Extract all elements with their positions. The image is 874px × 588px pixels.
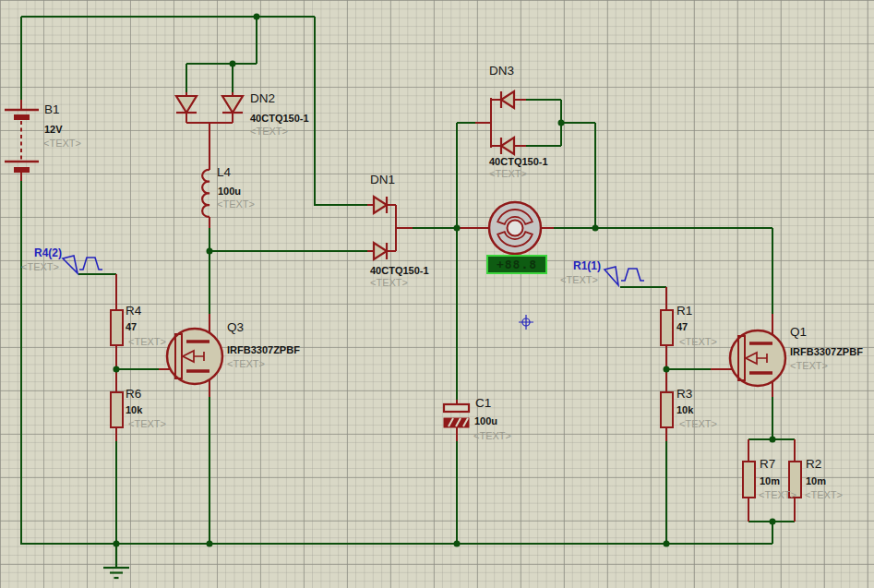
label-c1-value[interactable]: 100u <box>474 415 497 426</box>
diode-dn2[interactable] <box>176 96 243 113</box>
label-r6-text[interactable]: <TEXT> <box>128 418 166 429</box>
label-c1-ref[interactable]: C1 <box>475 397 491 411</box>
origin-marker <box>519 315 533 330</box>
label-dn1-value[interactable]: 40CTQ150-1 <box>370 265 429 276</box>
label-r7-text[interactable]: <TEXT> <box>759 489 796 500</box>
diode-dn1[interactable] <box>374 197 387 259</box>
resistor-r6 <box>111 392 123 427</box>
label-dn3-value[interactable]: 40CTQ150-1 <box>489 156 548 167</box>
label-dn3-ref[interactable]: DN3 <box>489 65 514 78</box>
pulse-generator-r1-icon[interactable] <box>605 267 644 285</box>
label-dn2-value[interactable]: 40CTQ150-1 <box>250 113 309 124</box>
wire-dn1-upper-in <box>315 17 367 205</box>
label-generator-r4-ref[interactable]: R4(2) <box>34 247 62 259</box>
diode-dn3[interactable] <box>501 91 514 154</box>
label-q1-ref[interactable]: Q1 <box>790 326 807 340</box>
label-b1-value[interactable]: 12V <box>44 124 63 135</box>
label-generator-r1-text[interactable]: <TEXT> <box>560 274 598 285</box>
label-r2-value[interactable]: 10m <box>806 475 826 486</box>
label-r4-value[interactable]: 47 <box>126 321 137 332</box>
label-r4-text[interactable]: <TEXT> <box>128 336 166 347</box>
schematic-canvas[interactable]: B1 12V <TEXT> DN2 40CTQ150-1 <TEXT> L4 1… <box>0 0 874 588</box>
resistor-r4 <box>111 310 123 345</box>
ground-symbol[interactable] <box>103 544 129 578</box>
wire-r7r2-bottom <box>748 522 795 544</box>
label-b1-ref[interactable]: B1 <box>44 103 60 117</box>
label-r1-value[interactable]: 47 <box>676 321 688 332</box>
label-r3-value[interactable]: 10k <box>676 404 693 415</box>
label-r6-ref[interactable]: R6 <box>126 388 141 402</box>
label-b1-text[interactable]: <TEXT> <box>43 138 81 149</box>
motor-rpm-display: +88.8 <box>486 255 547 274</box>
label-dn2-ref[interactable]: DN2 <box>250 92 275 106</box>
motor-symbol[interactable] <box>489 202 541 254</box>
label-r2-text[interactable]: <TEXT> <box>805 489 843 500</box>
label-dn1-text[interactable]: <TEXT> <box>370 277 408 288</box>
label-r3-text[interactable]: <TEXT> <box>679 418 717 429</box>
label-l4-text[interactable]: <TEXT> <box>217 198 255 210</box>
label-generator-r4-text[interactable]: <TEXT> <box>21 261 59 272</box>
wire-c1-branch <box>457 123 475 400</box>
label-r1-text[interactable]: <TEXT> <box>679 336 717 347</box>
label-r6-value[interactable]: 10k <box>126 404 142 415</box>
pulse-generator-r4-icon[interactable] <box>63 256 102 273</box>
mosfet-q1[interactable] <box>730 330 785 386</box>
label-dn3-text[interactable]: <TEXT> <box>489 168 527 179</box>
resistor-r7 <box>743 462 755 498</box>
label-l4-ref[interactable]: L4 <box>217 166 231 180</box>
label-q1-text[interactable]: <TEXT> <box>790 360 828 371</box>
resistor-r3 <box>661 392 673 427</box>
resistor-r1 <box>661 310 673 345</box>
battery-b1[interactable] <box>5 110 39 173</box>
schematic-drawing <box>0 0 874 588</box>
label-dn2-text[interactable]: <TEXT> <box>250 126 288 137</box>
inductor-l4[interactable] <box>202 170 210 217</box>
label-c1-text[interactable]: <TEXT> <box>473 430 511 441</box>
wires[interactable] <box>21 17 795 544</box>
label-generator-r1-ref[interactable]: R1(1) <box>573 260 601 272</box>
label-q1-value[interactable]: IRFB3307ZPBF <box>790 346 863 357</box>
label-l4-value[interactable]: 100u <box>218 186 241 197</box>
label-r2-ref[interactable]: R2 <box>806 458 821 472</box>
wire-dn2-feed <box>186 17 257 92</box>
label-q3-text[interactable]: <TEXT> <box>227 358 265 369</box>
label-r7-value[interactable]: 10m <box>760 475 780 486</box>
label-r1-ref[interactable]: R1 <box>676 305 692 318</box>
label-q3-value[interactable]: IRFB3307ZPBF <box>227 344 300 355</box>
label-r3-ref[interactable]: R3 <box>676 388 692 402</box>
junction-dots <box>114 14 776 547</box>
mosfet-q3[interactable] <box>167 329 222 384</box>
label-r4-ref[interactable]: R4 <box>126 305 141 318</box>
label-r7-ref[interactable]: R7 <box>760 458 775 472</box>
label-dn1-ref[interactable]: DN1 <box>370 174 395 187</box>
capacitor-c1[interactable] <box>444 404 469 427</box>
label-q3-ref[interactable]: Q3 <box>227 321 244 335</box>
